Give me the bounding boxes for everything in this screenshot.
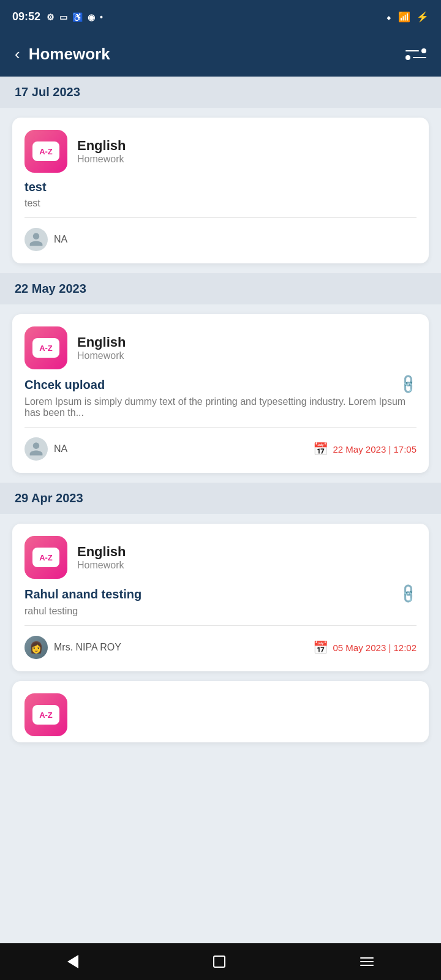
app-header: ‹ Homework xyxy=(0,34,441,77)
homework-card-1[interactable]: A-Z English Homework test test NA xyxy=(12,118,429,263)
nav-back-button[interactable] xyxy=(67,955,78,968)
home-square-icon xyxy=(213,956,225,968)
dot-icon: • xyxy=(100,12,103,22)
teacher-avatar-3: 👩 xyxy=(24,636,48,659)
due-date-text-2: 22 May 2023 | 17:05 xyxy=(333,444,417,454)
date-label-1: 17 Jul 2023 xyxy=(15,85,80,99)
due-date-3: 📅 05 May 2023 | 12:02 xyxy=(313,640,417,655)
assignee-avatar-2 xyxy=(24,437,48,461)
person-icon-1 xyxy=(28,232,44,247)
status-right: ⬥ 📶 ⚡ xyxy=(386,11,429,23)
due-date-text-3: 05 May 2023 | 12:02 xyxy=(333,643,417,653)
filter-button[interactable] xyxy=(405,48,426,60)
subject-icon-2: A-Z xyxy=(24,326,67,369)
subject-name-1: English xyxy=(77,138,126,154)
nav-home-button[interactable] xyxy=(213,956,225,968)
status-bar: 09:52 ⚙ ▭ ♿ ◉ • ⬥ 📶 ⚡ xyxy=(0,0,441,34)
subject-type-1: Homework xyxy=(77,154,126,165)
subject-name-2: English xyxy=(77,334,126,350)
subject-type-2: Homework xyxy=(77,350,126,361)
card-desc-1: test xyxy=(24,198,417,209)
attachment-icon-3: 🔗 xyxy=(397,582,420,605)
accessibility-icon: ♿ xyxy=(72,12,83,22)
card-title-2: Chcek upload xyxy=(24,378,105,392)
due-date-2: 📅 22 May 2023 | 17:05 xyxy=(313,442,417,456)
homework-card-4-partial: A-Z xyxy=(12,681,429,742)
assignee-name-1: NA xyxy=(54,234,67,245)
section-date-3: 29 Apr 2023 xyxy=(0,483,441,514)
bottom-nav xyxy=(0,943,441,980)
assignee-name-3: Mrs. NIPA ROY xyxy=(54,642,121,653)
subject-icon-4: A-Z xyxy=(24,693,67,736)
attachment-icon-2: 🔗 xyxy=(397,373,420,396)
assignee-1: NA xyxy=(24,228,67,251)
assignee-3: 👩 Mrs. NIPA ROY xyxy=(24,636,121,659)
page-title: Homework xyxy=(29,45,110,64)
status-time: 09:52 xyxy=(12,10,40,23)
date-label-2: 22 May 2023 xyxy=(15,282,86,295)
subject-icon-3: A-Z xyxy=(24,536,67,579)
arrow-icon: ⬥ xyxy=(386,12,392,23)
wifi-icon: 📶 xyxy=(398,11,410,23)
card-title-3: Rahul anand testing xyxy=(24,587,141,601)
battery-icon: ⚡ xyxy=(417,11,429,23)
cast-icon: ▭ xyxy=(59,12,67,22)
person-icon-2 xyxy=(28,441,44,457)
date-label-3: 29 Apr 2023 xyxy=(15,491,83,505)
gamepad-icon: ◉ xyxy=(88,12,95,22)
nav-menu-button[interactable] xyxy=(360,957,374,966)
subject-name-3: English xyxy=(77,544,126,560)
assignee-avatar-1 xyxy=(24,228,48,251)
back-triangle-icon xyxy=(67,955,78,968)
content-area: 17 Jul 2023 A-Z English Homework test te… xyxy=(0,77,441,980)
section-date-1: 17 Jul 2023 xyxy=(0,77,441,108)
subject-type-3: Homework xyxy=(77,560,126,571)
subject-icon-1: A-Z xyxy=(24,130,67,173)
homework-card-2[interactable]: A-Z English Homework Chcek upload 🔗 Lore… xyxy=(12,314,429,473)
assignee-2: NA xyxy=(24,437,67,461)
card-desc-2: Lorem Ipsum is simply dummy text of the … xyxy=(24,396,417,418)
card-title-1: test xyxy=(24,180,47,194)
card-desc-3: rahul testing xyxy=(24,606,417,617)
calendar-icon-3: 📅 xyxy=(313,640,328,655)
gear-icon: ⚙ xyxy=(47,12,55,22)
status-icons: ⚙ ▭ ♿ ◉ • xyxy=(47,12,103,22)
section-date-2: 22 May 2023 xyxy=(0,273,441,304)
homework-card-3[interactable]: A-Z English Homework Rahul anand testing… xyxy=(12,524,429,671)
back-button[interactable]: ‹ xyxy=(15,45,20,64)
calendar-icon-2: 📅 xyxy=(313,442,328,456)
assignee-name-2: NA xyxy=(54,443,67,454)
menu-lines-icon xyxy=(360,957,374,966)
